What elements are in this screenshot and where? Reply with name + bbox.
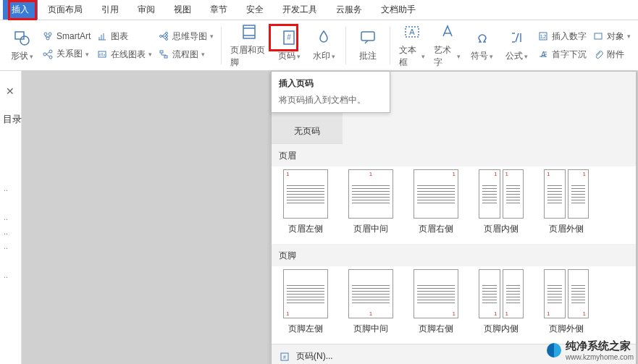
equation-button[interactable]: 公式▾ [500,25,534,65]
chevron-down-icon: ▾ [201,51,205,58]
chart-label: 图表 [111,30,128,43]
chevron-down-icon: ▾ [421,53,425,60]
mindmap-icon [158,30,169,42]
thumb-label: 页眉左侧 [288,223,323,235]
sidebar-marker: .. [4,210,8,224]
svg-point-6 [49,50,52,53]
tab-developer[interactable]: 开发工具 [274,0,326,20]
tab-insert[interactable]: 插入 [3,0,38,20]
page-number-label: 页码 [278,50,295,62]
footer-outside-option[interactable]: 1 1 页脚外侧 [544,269,589,335]
header-center-option[interactable]: 1 页眉中间 [348,169,393,235]
svg-rect-18 [361,32,374,41]
no-page-label: 无页码 [294,125,320,137]
page-number-tooltip: 插入页码 将页码插入到文档中。 [271,71,390,113]
tab-security[interactable]: 安全 [238,0,272,20]
relation-icon [42,48,54,60]
object-button[interactable]: 对象▾ [589,29,634,44]
thumb-label: 页脚右侧 [419,323,453,335]
thumb-label: 页脚外侧 [549,323,584,335]
chart-button[interactable]: 图表 [93,29,155,44]
svg-text:12: 12 [540,33,547,40]
online-chart-icon [96,48,108,60]
svg-point-7 [49,56,52,59]
sidebar-marker: .. [4,268,8,282]
watermark-url: www.kzmyhome.com [566,353,634,361]
watermark-title: 纯净系统之家 [566,339,634,353]
comments-label: 批注 [359,50,377,62]
footer-inside-option[interactable]: 1 1 页脚内侧 [479,269,524,335]
tab-review[interactable]: 审阅 [129,0,164,20]
relation-label: 关系图 [56,48,83,60]
flowchart-button[interactable]: 流程图▾ [155,47,217,62]
symbol-label: 符号 [471,50,488,62]
footer-right-option[interactable]: 1 页脚右侧 [414,269,458,335]
symbol-button[interactable]: 符号▾ [465,25,500,65]
wordart-label: 艺术字 [434,44,456,69]
equation-label: 公式 [505,50,523,62]
watermark-label: 水印 [313,50,330,62]
wordart-button[interactable]: 艺术字▾ [429,20,465,72]
svg-point-2 [44,33,47,35]
chart-icon [96,30,108,42]
tab-section[interactable]: 章节 [201,0,236,20]
footer-left-option[interactable]: 1 页脚左侧 [283,269,328,335]
header-footer-label: 页眉和页脚 [230,44,267,69]
online-chart-button[interactable]: 在线图表▾ [93,47,155,62]
svg-rect-0 [15,32,24,39]
footer-center-option[interactable]: 1 页脚中间 [348,269,393,335]
dropcap-button[interactable]: A首字下沉 [534,47,589,62]
wordart-icon [438,22,457,41]
textbox-button[interactable]: A 文本框▾ [395,20,430,72]
header-inside-option[interactable]: 1 1 页眉内侧 [479,169,524,235]
smartart-button[interactable]: SmartArt [39,29,93,43]
tab-doc-assistant[interactable]: 文档助手 [372,0,424,20]
watermark-logo-icon [547,343,561,357]
chevron-down-icon: ▾ [332,53,335,60]
svg-point-5 [43,53,46,56]
page-number-button[interactable]: # 页码▾ [272,25,306,65]
symbol-icon [473,28,492,47]
smartart-icon [42,30,54,42]
svg-rect-13 [160,51,163,53]
thumb-label: 页脚内侧 [484,323,519,335]
tab-page-layout[interactable]: 页面布局 [39,0,91,20]
svg-rect-24 [595,33,602,39]
header-left-option[interactable]: 1 页眉左侧 [283,169,328,235]
close-icon[interactable]: ✕ [6,85,14,97]
thumb-label: 页眉中间 [353,223,388,235]
svg-text:#: # [283,355,286,360]
chevron-down-icon: ▾ [297,53,301,60]
page-number-dropdown: 无页码 页眉 1 页眉左侧 1 页眉中间 1 页眉右侧 1 1 页眉内侧 1 1 [271,71,637,364]
chevron-down-icon: ▾ [627,33,631,40]
header-outside-option[interactable]: 1 1 页眉外侧 [544,169,589,235]
chevron-down-icon: ▾ [210,33,214,40]
shapes-button[interactable]: 形状▾ [4,25,39,65]
insert-number-button[interactable]: 12插入数字 [534,29,589,44]
textbox-icon: A [403,22,421,41]
attachment-button[interactable]: 附件 [589,47,634,62]
header-right-option[interactable]: 1 页眉右侧 [414,169,458,235]
page-number-dialog-label: 页码(N)... [296,350,333,363]
footer-section-label: 页脚 [272,244,636,266]
svg-rect-15 [243,25,255,38]
tab-references[interactable]: 引用 [93,0,127,20]
header-footer-button[interactable]: 页眉和页脚 [226,20,272,72]
watermark-button[interactable]: 水印▾ [306,25,341,65]
comments-button[interactable]: 批注 [351,25,385,65]
attachment-label: 附件 [607,48,624,61]
dropcap-icon: A [537,48,549,60]
comments-icon [358,28,377,47]
ribbon-separator [221,27,222,64]
flowchart-label: 流程图 [172,48,198,61]
mindmap-button[interactable]: 思维导图▾ [155,29,217,44]
online-chart-label: 在线图表 [111,48,146,61]
tab-cloud[interactable]: 云服务 [327,0,371,20]
sidebar-marker: .. [4,224,8,239]
page-number-icon: # [280,28,298,47]
svg-rect-14 [164,56,167,58]
relation-button[interactable]: 关系图▾ [39,46,93,62]
chevron-down-icon: ▾ [30,53,33,60]
tab-view[interactable]: 视图 [165,0,200,20]
thumb-label: 页眉内侧 [484,223,519,235]
